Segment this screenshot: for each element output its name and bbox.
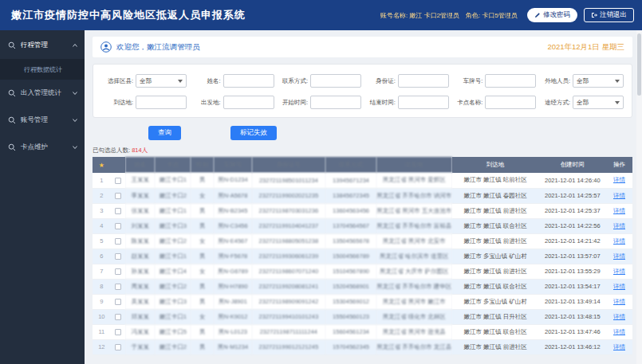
checkpoint-name-input[interactable]: [485, 96, 536, 109]
detail-link[interactable]: 详情: [613, 328, 625, 335]
detail-link[interactable]: 详情: [613, 268, 625, 275]
cell-action: 详情: [606, 203, 632, 218]
row-checkbox-cell: [111, 233, 126, 249]
chevron-down-icon: [615, 101, 620, 104]
checkpoint-name-field: 卡点名称:: [451, 96, 536, 109]
id-number-input[interactable]: [398, 74, 449, 88]
transit-mode-select[interactable]: 全部: [573, 96, 624, 109]
row-checkbox[interactable]: [115, 284, 121, 290]
cell-origin: 黑龙江省 哈尔滨市 道里区: [376, 249, 452, 264]
sidebar-item-trip-management[interactable]: 行程管理: [0, 32, 85, 59]
origin-input[interactable]: [223, 96, 274, 109]
detail-link[interactable]: 详情: [613, 222, 625, 229]
row-checkbox-cell: [111, 294, 126, 309]
detail-link[interactable]: 详情: [613, 343, 625, 350]
sidebar-item-access-statistics[interactable]: 出入管理统计: [0, 80, 85, 107]
header-name: 姓名: [125, 157, 155, 173]
cell-plate: 黑N·J8901: [214, 294, 251, 309]
detail-link[interactable]: 详情: [613, 298, 625, 305]
detail-link[interactable]: 详情: [613, 207, 625, 214]
checkbox-header: [111, 157, 126, 173]
end-time-field: 结束时间:: [364, 96, 449, 109]
transit-mode-select-value: 全部: [577, 99, 589, 107]
cell-id-number: 232721198703031236: [252, 203, 326, 218]
table-row: 8 周某某 嫩江卡口2 男 黑N·H7890 23272119920808124…: [93, 279, 632, 294]
row-checkbox[interactable]: [115, 238, 121, 245]
search-icon: [8, 143, 16, 151]
scrollbar-thumb[interactable]: [637, 33, 641, 96]
chevron-down-icon: [615, 80, 620, 83]
row-checkbox[interactable]: [115, 299, 121, 305]
main-content: 欢迎您，嫩江流调管理员 2021年12月1日 星期三 选择区县: 全部 姓名:: [85, 30, 642, 364]
detail-link[interactable]: 详情: [613, 313, 625, 320]
cell-plate: 黑N·D1234: [214, 173, 251, 188]
records-table: ★ 姓名 卡点 性别 车牌号 身份证号 联系方式 出发地 到达地 创建时间 操作: [93, 157, 632, 355]
checkpoint-name-label: 卡点名称:: [451, 99, 482, 107]
cell-destination: 嫩江市 嫩江镇 站前社区: [452, 173, 539, 188]
sidebar-item-account-management[interactable]: 账号管理: [0, 107, 85, 134]
outsider-select[interactable]: 全部: [573, 74, 624, 88]
district-select[interactable]: 全部: [136, 74, 187, 88]
row-checkbox[interactable]: [115, 329, 121, 335]
detail-link[interactable]: 详情: [613, 283, 625, 290]
cell-id-number: 232721198607071240: [252, 264, 326, 279]
cell-phone: 15704562345: [325, 339, 376, 354]
plate-input[interactable]: [485, 74, 536, 88]
cell-name: 郑某某: [125, 309, 155, 324]
destination-input[interactable]: [136, 96, 187, 109]
outsider-label: 外地人员:: [538, 77, 570, 85]
cell-action: 详情: [606, 339, 632, 354]
cell-name: 张某某: [125, 203, 155, 218]
end-time-input[interactable]: [398, 96, 449, 109]
user-avatar-icon: [100, 41, 112, 53]
name-input[interactable]: [223, 74, 274, 88]
table-row: 10 郑某某 嫩江卡口1 女 黑N·K9012 2327211994101012…: [93, 309, 632, 324]
row-checkbox[interactable]: [115, 268, 121, 275]
cell-plate: 黑N·M1234: [214, 339, 251, 354]
row-checkbox-cell: [111, 249, 126, 264]
sidebar: 行程管理 行程数据统计 出入管理统计: [0, 30, 85, 364]
header-plate: 车牌号: [214, 157, 251, 173]
start-time-input[interactable]: [310, 96, 361, 109]
cell-action: 详情: [606, 188, 632, 203]
name-field: 姓名:: [189, 74, 274, 88]
row-checkbox[interactable]: [115, 178, 121, 184]
detail-link[interactable]: 详情: [613, 252, 625, 260]
row-checkbox[interactable]: [115, 223, 121, 229]
row-checkbox[interactable]: [115, 193, 121, 199]
summary-prefix: 已勾选总人数:: [93, 147, 132, 154]
row-number: 3: [93, 203, 111, 218]
query-button[interactable]: 查询: [148, 126, 181, 140]
cell-plate: 黑N·A5678: [214, 188, 251, 203]
summary-count: 814人: [132, 147, 148, 154]
cell-action: 详情: [606, 294, 632, 309]
cell-action: 详情: [606, 309, 632, 324]
row-number: 12: [93, 339, 111, 354]
change-password-button[interactable]: 修改密码: [527, 8, 577, 22]
cell-gender: 男: [191, 173, 214, 188]
phone-label: 联系方式:: [276, 77, 308, 85]
cell-origin: 黑龙江省 黑河市 北安市: [376, 233, 452, 249]
detail-link[interactable]: 详情: [613, 237, 625, 245]
row-checkbox[interactable]: [115, 314, 121, 320]
cell-destination: 嫩江市 嫩江镇 联合社区: [452, 279, 539, 294]
table-body: 1 王某某 嫩江卡口1 男 黑N·D1234 23272119850101123…: [93, 173, 632, 354]
detail-link[interactable]: 详情: [613, 176, 625, 183]
welcome-bar: 欢迎您，嫩江流调管理员 2021年12月1日 星期三: [93, 37, 632, 57]
sidebar-subitem-trip-statistics[interactable]: 行程数据统计: [0, 59, 85, 80]
row-checkbox[interactable]: [115, 344, 121, 350]
start-time-field: 开始时间:: [276, 96, 361, 109]
cell-phone: 15204568901: [325, 279, 376, 294]
mark-invalid-button[interactable]: 标记失效: [230, 126, 277, 140]
phone-input[interactable]: [310, 74, 361, 88]
row-checkbox-cell: [111, 339, 126, 354]
vertical-scrollbar[interactable]: [636, 30, 642, 364]
row-checkbox[interactable]: [115, 208, 121, 214]
cell-checkpoint: 嫩江卡口3: [155, 294, 191, 309]
logout-button[interactable]: 注销退出: [584, 8, 634, 22]
detail-link[interactable]: 详情: [613, 192, 625, 199]
row-checkbox[interactable]: [115, 253, 121, 260]
name-label: 姓名:: [189, 77, 221, 85]
sidebar-item-label: 账号管理: [21, 115, 67, 125]
sidebar-item-checkpoint-maintenance[interactable]: 卡点维护: [0, 134, 85, 161]
